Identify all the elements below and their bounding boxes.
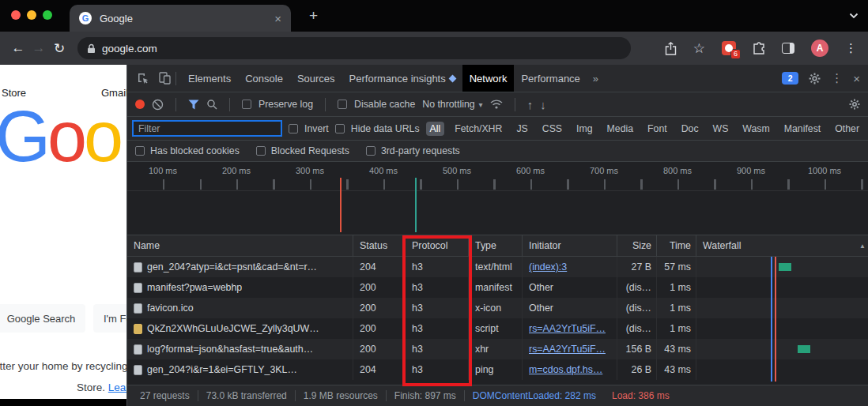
network-overview-timeline[interactable]: 100 ms 200 ms 300 ms 400 ms 500 ms 600 m… <box>127 162 868 235</box>
divider <box>515 98 515 111</box>
waterfall-cell <box>696 359 868 380</box>
invert-label[interactable]: Invert <box>304 123 329 134</box>
tab-sources[interactable]: Sources <box>290 65 342 92</box>
extensions-puzzle-icon[interactable] <box>753 42 765 55</box>
initiator-link[interactable]: rs=AA2YrTu5iF… <box>529 344 606 355</box>
issues-count-icon[interactable]: 2 <box>782 72 798 85</box>
browser-menu-icon[interactable]: ⋮ <box>845 41 857 55</box>
back-icon[interactable]: ← <box>8 40 28 56</box>
filter-input[interactable] <box>132 120 282 137</box>
filter-type-manifest[interactable]: Manifest <box>780 122 825 136</box>
close-window-button[interactable] <box>11 10 21 20</box>
header-status[interactable]: Status <box>353 235 406 256</box>
initiator-link[interactable]: m=cdos.dpf.hs… <box>529 364 602 375</box>
devtools-close-icon[interactable]: × <box>853 72 860 85</box>
header-name[interactable]: Name <box>127 235 353 256</box>
header-type[interactable]: Type <box>469 235 523 256</box>
feeling-lucky-button[interactable]: I'm Feeling Lucky <box>93 304 126 333</box>
hide-data-urls-checkbox[interactable] <box>335 124 345 133</box>
third-party-requests-label[interactable]: 3rd-party requests <box>381 145 460 156</box>
header-initiator[interactable]: Initiator <box>523 235 617 256</box>
initiator-link[interactable]: rs=AA2YrTu5iF… <box>529 323 606 334</box>
preserve-log-checkbox[interactable] <box>242 100 251 109</box>
export-har-icon[interactable]: ↓ <box>540 98 546 111</box>
timeline-label: 500 ms <box>443 166 471 175</box>
bookmark-star-icon[interactable]: ☆ <box>693 40 705 57</box>
close-tab-icon[interactable]: × <box>274 12 281 25</box>
disable-cache-checkbox[interactable] <box>338 100 347 109</box>
device-toolbar-icon[interactable] <box>159 72 171 85</box>
request-row[interactable]: gen_204?atyp=i&ct=psnt&cad=&nt=r… 204 h3… <box>127 257 868 277</box>
tab-console[interactable]: Console <box>238 65 290 92</box>
filter-type-img[interactable]: Img <box>572 122 597 136</box>
request-row[interactable]: manifest?pwa=webhp 200 h3 manifest Other… <box>127 277 868 298</box>
has-blocked-cookies-checkbox[interactable] <box>135 146 145 156</box>
filter-type-media[interactable]: Media <box>603 122 638 136</box>
initiator-link[interactable]: (index):3 <box>529 261 567 273</box>
hide-data-urls-label[interactable]: Hide data URLs <box>351 123 420 134</box>
blocked-requests-checkbox[interactable] <box>256 146 266 156</box>
third-party-requests-checkbox[interactable] <box>366 146 376 156</box>
invert-checkbox[interactable] <box>289 124 298 133</box>
filter-type-js[interactable]: JS <box>512 122 531 136</box>
network-conditions-icon[interactable] <box>490 100 503 109</box>
disable-cache-label[interactable]: Disable cache <box>354 99 415 110</box>
timeline-ruler-line <box>127 190 868 191</box>
header-protocol[interactable]: Protocol <box>406 235 469 256</box>
filter-type-other[interactable]: Other <box>831 122 863 136</box>
forward-icon[interactable]: → <box>28 40 49 56</box>
logo-letter: G <box>0 97 47 176</box>
import-har-icon[interactable]: ↑ <box>527 98 534 111</box>
filter-type-doc[interactable]: Doc <box>677 122 703 136</box>
network-settings-gear-icon[interactable] <box>849 99 860 110</box>
filter-type-wasm[interactable]: Wasm <box>738 122 773 136</box>
adblock-extension-icon[interactable]: 6 <box>722 41 736 55</box>
profile-avatar[interactable]: A <box>811 39 828 57</box>
tab-performance-insights[interactable]: Performance insights <box>342 65 462 92</box>
blocked-requests-label[interactable]: Blocked Requests <box>271 145 349 156</box>
request-row[interactable]: gen_204?i&r=1&ei=GFTLY_3KL… 204 h3 ping … <box>127 359 868 380</box>
header-waterfall[interactable]: Waterfall ▲ <box>696 235 868 256</box>
preserve-log-label[interactable]: Preserve log <box>259 99 313 110</box>
more-tabs-icon[interactable]: » <box>587 73 604 85</box>
google-favicon-icon: G <box>79 12 92 24</box>
request-row[interactable]: QkZn2XWhGLuUeJCWE_Zylly3qUW… 200 h3 scri… <box>127 318 868 339</box>
request-initiator: Other <box>523 298 617 318</box>
request-row[interactable]: favicon.ico 200 h3 x-icon Other (dis… 1 … <box>127 298 868 318</box>
tab-search-chevron-icon[interactable] <box>849 13 859 19</box>
waterfall-cell <box>696 339 868 359</box>
minimize-window-button[interactable] <box>27 10 36 20</box>
google-search-button[interactable]: Google Search <box>0 304 85 333</box>
reload-icon[interactable]: ↻ <box>49 40 70 57</box>
tab-performance[interactable]: Performance <box>514 65 587 92</box>
filter-funnel-icon[interactable] <box>188 100 199 110</box>
filter-type-css[interactable]: CSS <box>538 122 566 136</box>
address-bar[interactable]: google.com <box>77 37 631 59</box>
fullscreen-window-button[interactable] <box>43 10 52 20</box>
filter-type-all[interactable]: All <box>426 122 445 136</box>
request-size: (dis… <box>617 277 657 298</box>
finish-time: Finish: 897 ms <box>387 390 465 401</box>
filter-type-fetch-xhr[interactable]: Fetch/XHR <box>451 122 506 136</box>
throttling-dropdown[interactable]: No throttling ▾ <box>422 99 482 110</box>
inspect-element-icon[interactable] <box>137 72 149 85</box>
tab-elements[interactable]: Elements <box>181 65 238 92</box>
clear-icon[interactable] <box>152 99 164 111</box>
side-panel-icon[interactable] <box>782 43 794 54</box>
header-time[interactable]: Time <box>657 235 696 256</box>
devtools-settings-gear-icon[interactable] <box>809 73 821 85</box>
share-icon[interactable] <box>665 42 677 55</box>
tab-network[interactable]: Network <box>462 65 515 92</box>
lock-icon[interactable] <box>87 43 96 54</box>
filter-type-ws[interactable]: WS <box>709 122 733 136</box>
request-row[interactable]: log?format=json&hasfast=true&auth… 200 h… <box>127 339 868 359</box>
header-size[interactable]: Size <box>617 235 657 256</box>
learn-more-link[interactable]: Learn more <box>108 382 126 393</box>
filter-type-font[interactable]: Font <box>643 122 671 136</box>
search-icon[interactable] <box>206 99 217 110</box>
devtools-menu-icon[interactable]: ⋮ <box>831 71 843 85</box>
new-tab-button[interactable]: + <box>309 7 318 24</box>
record-icon[interactable] <box>135 100 145 109</box>
browser-tab[interactable]: G Google × <box>70 5 291 32</box>
has-blocked-cookies-label[interactable]: Has blocked cookies <box>150 145 240 156</box>
